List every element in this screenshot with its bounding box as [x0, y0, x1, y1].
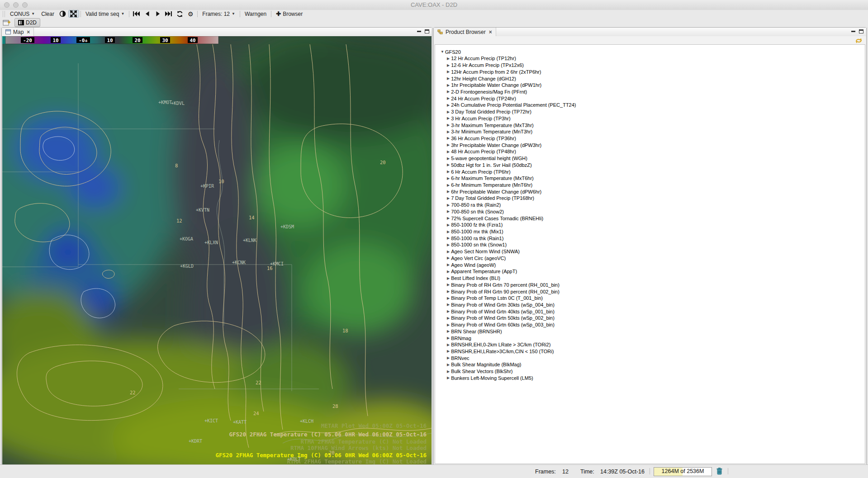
- browser-button[interactable]: ✚ Browser: [273, 10, 306, 18]
- tree-item[interactable]: ▶Bulk Shear Magnitude (BlkMag): [447, 361, 865, 368]
- close-icon[interactable]: ×: [489, 29, 492, 35]
- expand-arrow-icon[interactable]: ▶: [447, 110, 450, 114]
- expand-arrow-icon[interactable]: ▶: [447, 216, 450, 220]
- warngen-button[interactable]: Warngen: [242, 10, 270, 18]
- tree-item[interactable]: ▶6-hr Minimum Temperature (MnT6hr): [447, 182, 865, 189]
- clear-button[interactable]: Clear: [38, 10, 57, 18]
- expand-arrow-icon[interactable]: ▶: [447, 256, 450, 260]
- tree-item[interactable]: ▶BRNmag: [447, 335, 865, 341]
- first-frame-button[interactable]: [131, 10, 142, 18]
- expand-arrow-icon[interactable]: ▶: [447, 83, 450, 87]
- expand-arrow-icon[interactable]: ▶: [447, 103, 450, 107]
- expand-arrow-icon[interactable]: ▶: [447, 309, 450, 313]
- tree-item[interactable]: ▶48 Hr Accum Precip (TP48hr): [447, 148, 865, 155]
- expand-arrow-icon[interactable]: ▶: [447, 163, 450, 167]
- tree-item[interactable]: ▶24 Hr Accum Precip (TP24hr): [447, 95, 865, 102]
- tree-item[interactable]: ▶6 Hr Accum Precip (TP6hr): [447, 168, 865, 175]
- tree-item[interactable]: ▶Ageo Vert Circ (ageoVC): [447, 255, 865, 262]
- image-properties-button[interactable]: [57, 10, 68, 18]
- expand-arrow-icon[interactable]: ▶: [447, 303, 450, 307]
- frames-dropdown[interactable]: Frames: 12▼: [199, 10, 238, 18]
- tree-item[interactable]: ▶6hr Precipitable Water Change (dPW6hr): [447, 188, 865, 195]
- expand-arrow-icon[interactable]: ▶: [447, 189, 450, 194]
- expand-arrow-icon[interactable]: ▶: [447, 76, 450, 80]
- expand-arrow-icon[interactable]: ▶: [447, 343, 450, 347]
- expand-arrow-icon[interactable]: ▶: [447, 143, 450, 147]
- tab-product-browser[interactable]: Product Browser ×: [434, 28, 496, 36]
- expand-arrow-icon[interactable]: ▶: [447, 123, 450, 127]
- expand-arrow-icon[interactable]: ▶: [447, 170, 450, 174]
- valid-time-seq-dropdown[interactable]: Valid time seq▼: [82, 10, 128, 18]
- tree-item[interactable]: ▶3hr Precipitable Water Change (dPW3hr): [447, 142, 865, 148]
- expand-arrow-icon[interactable]: ▶: [447, 323, 450, 327]
- expand-arrow-icon[interactable]: ▶: [447, 63, 450, 67]
- expand-arrow-icon[interactable]: ▶: [447, 243, 450, 247]
- tree-item[interactable]: ▶Bulk Shear Vectors (BlkShr): [447, 368, 865, 375]
- memory-gauge[interactable]: 1264M of 2536M: [654, 467, 712, 476]
- tree-item[interactable]: ▶Apparent Temperature (AppT): [447, 268, 865, 275]
- tree-root-gfs20[interactable]: ▼ GFS20: [441, 48, 865, 55]
- garbage-collect-button[interactable]: [715, 467, 724, 475]
- expand-arrow-icon[interactable]: ▶: [447, 369, 450, 374]
- loop-button[interactable]: [174, 10, 185, 18]
- expand-arrow-icon[interactable]: ▶: [447, 349, 450, 353]
- tree-item[interactable]: ▶Ageo Sect Norm Wind (SNWA): [447, 248, 865, 255]
- tree-item[interactable]: ▶3-hr Minimum Temperature (MnT3hr): [447, 128, 865, 135]
- expand-arrow-icon[interactable]: ▶: [447, 296, 450, 300]
- tree-item[interactable]: ▶Binary Prob of Wind Grtn 30kts (wSp_004…: [447, 302, 865, 308]
- expand-arrow-icon[interactable]: ▶: [447, 270, 450, 274]
- tree-item[interactable]: ▶12Hr Accum Precip from 2 6hr (2xTP6hr): [447, 68, 865, 75]
- expand-arrow-icon[interactable]: ▶: [447, 156, 450, 161]
- expand-arrow-icon[interactable]: ▶: [447, 223, 450, 227]
- tree-item[interactable]: ▶850-1000 mx thk (Mix1): [447, 228, 865, 235]
- expand-arrow-icon[interactable]: ▶: [447, 90, 450, 94]
- expand-arrow-icon[interactable]: ▶: [447, 196, 450, 200]
- tree-item[interactable]: ▶700-850 sn thk (Snow2): [447, 208, 865, 215]
- tree-item[interactable]: ▶850-1000 fz thk (Fzra1): [447, 222, 865, 228]
- tree-item[interactable]: ▶BRNvec: [447, 355, 865, 361]
- refresh-products-icon[interactable]: [855, 37, 863, 44]
- expand-arrow-icon[interactable]: ▶: [447, 356, 450, 360]
- expand-arrow-icon[interactable]: ▶: [447, 136, 450, 140]
- expand-arrow-icon[interactable]: ▶: [447, 263, 450, 267]
- tree-item[interactable]: ▶7 Day Total Gridded Precip (TP168hr): [447, 195, 865, 202]
- tree-item[interactable]: ▶72% Supercell Cases Tornadic (BRNEHIi): [447, 215, 865, 222]
- time-options-button[interactable]: ⚙: [185, 10, 196, 18]
- tree-item[interactable]: ▶24h Cumulative Precip Potential Placeme…: [447, 102, 865, 109]
- expand-arrow-icon[interactable]: ▶: [447, 209, 450, 213]
- tree-item[interactable]: ▶Bunkers Left-Moving Supercell (LM5): [447, 375, 865, 382]
- expand-arrow-icon[interactable]: ▶: [447, 57, 450, 61]
- tree-item[interactable]: ▶Binary Prob of Temp Lstn 0C (T_001_bin): [447, 295, 865, 302]
- expand-arrow-icon[interactable]: ▶: [447, 289, 450, 293]
- expand-arrow-icon[interactable]: ▶: [447, 236, 450, 240]
- tree-item[interactable]: ▶36 Hr Accum Precip (TP36hr): [447, 135, 865, 142]
- expand-arrow-icon[interactable]: ▶: [447, 203, 450, 207]
- pan-zoom-button[interactable]: [68, 10, 79, 18]
- tree-item[interactable]: ▶2-D Frontogenesis/Mag Fn (PFrnt): [447, 89, 865, 95]
- play-button[interactable]: [152, 10, 163, 18]
- expand-arrow-icon[interactable]: ▶: [447, 116, 450, 120]
- expand-arrow-icon[interactable]: ▶: [447, 329, 450, 333]
- expand-arrow-icon[interactable]: ▶: [447, 150, 450, 154]
- expand-arrow-icon[interactable]: ▶: [447, 176, 450, 180]
- perspective-tab-d2d[interactable]: D2D: [14, 18, 40, 27]
- tree-item[interactable]: ▶BRN Shear (BRNSHR): [447, 328, 865, 335]
- product-tree[interactable]: ▼ GFS20 ▶12 Hr Accum Precip (TP12hr)▶12-…: [435, 44, 865, 464]
- tree-item[interactable]: ▶Binary Prob of Wind Grtn 40kts (wSp_001…: [447, 308, 865, 315]
- expand-arrow-icon[interactable]: ▶: [447, 283, 450, 287]
- tree-item[interactable]: ▶850-1000 ra thk (Rain1): [447, 235, 865, 241]
- tree-item[interactable]: ▶BRNSHR,EHI,LRate>3C/km,CIN < 150 (TORi): [447, 348, 865, 355]
- tree-item[interactable]: ▶BRNSHR,EHI,0-2km LRate > 3C/km (TORi2): [447, 341, 865, 348]
- close-icon[interactable]: ×: [27, 29, 30, 35]
- tree-item[interactable]: ▶Best Lifted Index (BLI): [447, 275, 865, 282]
- tree-item[interactable]: ▶5-wave geopotential height (WGH): [447, 155, 865, 162]
- expand-arrow-icon[interactable]: ▶: [447, 276, 450, 280]
- tree-item[interactable]: ▶850-1000 sn thk (Snow1): [447, 241, 865, 248]
- expand-arrow-icon[interactable]: ▶: [447, 316, 450, 320]
- expand-arrow-icon[interactable]: ▶: [447, 96, 450, 100]
- tree-item[interactable]: ▶6-hr Maximum Temperature (MxT6hr): [447, 175, 865, 182]
- open-perspective-icon[interactable]: [3, 19, 11, 26]
- maximize-panel-icon[interactable]: [425, 29, 429, 33]
- last-frame-button[interactable]: [163, 10, 174, 18]
- expand-arrow-icon[interactable]: ▶: [447, 70, 450, 74]
